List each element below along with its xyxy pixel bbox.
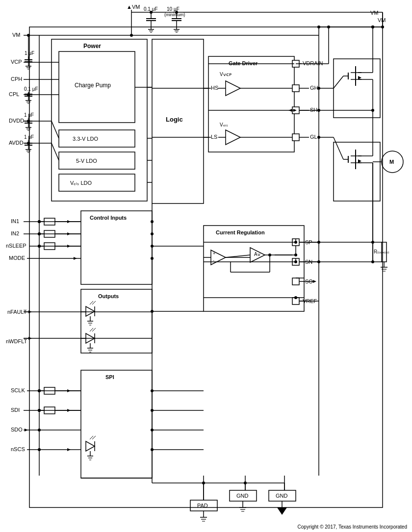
sh-label: SH [310, 107, 317, 113]
svg-marker-278 [277, 507, 287, 515]
svg-line-123 [334, 76, 343, 88]
motor-label: M [389, 159, 394, 165]
svg-marker-183 [313, 280, 316, 283]
cap-10uf-min-label: (minimum) [164, 12, 185, 17]
svg-rect-64 [52, 39, 147, 201]
svg-point-311 [151, 429, 154, 431]
svg-rect-0 [29, 27, 383, 507]
dvdd-label: DVDD [9, 118, 24, 124]
svg-point-298 [202, 481, 205, 484]
svg-line-73 [52, 143, 59, 160]
svg-point-316 [294, 260, 297, 263]
svg-point-159 [268, 253, 271, 256]
svg-marker-258 [67, 448, 71, 451]
ldo33-label: 3.3-V LDO [73, 136, 98, 142]
gnd1-label: GND [236, 493, 249, 499]
svg-rect-147 [204, 226, 304, 311]
svg-marker-208 [86, 306, 95, 316]
cap-1uf-avdd-label: 1 μF [24, 134, 34, 140]
svg-point-22 [150, 11, 153, 14]
svg-point-304 [151, 220, 154, 223]
charge-pump-label: Charge Pump [75, 82, 111, 89]
svg-point-293 [130, 34, 133, 37]
svg-point-305 [151, 232, 154, 235]
in2-label: IN2 [11, 230, 19, 236]
svg-point-54 [27, 120, 30, 123]
nwdflt-label: nWDFLT [6, 338, 27, 344]
svg-point-45 [27, 93, 30, 96]
mode-label: MODE [9, 255, 25, 261]
cph-label: CPH [11, 76, 22, 82]
svg-point-283 [38, 389, 41, 392]
sdi-label: SDI [11, 407, 20, 413]
cpl-label: CPL [9, 91, 19, 97]
pad-label: PAD [197, 503, 208, 508]
hs-label: HS [211, 85, 218, 91]
ls-label: LS [211, 134, 217, 140]
svg-point-320 [371, 241, 374, 244]
svg-point-301 [244, 481, 247, 484]
svg-marker-203 [67, 245, 71, 248]
svg-rect-185 [81, 211, 152, 284]
vm-label-right: VM [370, 10, 379, 16]
outputs-label: Outputs [98, 293, 119, 299]
nscs-label: nSCS [11, 446, 25, 452]
svg-point-321 [371, 260, 374, 263]
svg-line-72 [52, 121, 59, 138]
svg-point-281 [38, 232, 41, 235]
current-reg-label: Current Regulation [216, 229, 265, 235]
svg-point-287 [317, 109, 320, 112]
diagram-container: VM ▲VM 0.1 μF 10 μF (minimum) [0, 0, 412, 532]
svg-point-288 [317, 136, 320, 139]
cap-1uf-dvdd-label: 1 μF [24, 112, 34, 118]
power-label: Power [83, 43, 101, 50]
vcp-label: VCP [11, 59, 22, 65]
svg-point-306 [151, 245, 154, 248]
gnd2-label: GND [276, 493, 288, 499]
svg-point-280 [38, 220, 41, 223]
svg-rect-106 [292, 134, 299, 141]
logic-label: Logic [166, 116, 183, 123]
copyright-notice: Copyright © 2017, Texas Instruments Inco… [298, 524, 407, 530]
svg-marker-191 [67, 220, 71, 223]
cap-1uf-vcp-label: 1 μF [25, 51, 34, 56]
spi-label: SPI [105, 374, 114, 380]
gate-driver-label: Gate Driver [229, 60, 258, 66]
svg-marker-249 [86, 441, 95, 451]
svg-rect-162 [292, 278, 299, 285]
av-label: Aᴠ [254, 252, 260, 257]
cap-10uf-top-label: 10 μF [167, 6, 180, 12]
control-inputs-label: Control Inputs [90, 215, 127, 221]
vgls-ldo-label: Vₑₗₛ LDO [70, 180, 92, 186]
svg-marker-246 [25, 429, 28, 431]
svg-point-338 [381, 25, 384, 28]
vm-label-top: ▲VM [127, 4, 140, 10]
svg-point-327 [294, 296, 297, 299]
svg-line-140 [334, 137, 343, 159]
svg-marker-238 [67, 389, 71, 392]
vdrain-label: VDRAIN [303, 60, 323, 66]
cap-01uf-cpl-label: 0.1 μF [24, 86, 38, 92]
svg-point-312 [151, 448, 154, 451]
svg-rect-99 [292, 85, 299, 92]
in1-label: IN1 [11, 218, 19, 224]
avdd-label: AVDD [9, 140, 24, 146]
sclk-label: SCLK [11, 387, 25, 393]
vvcp-label: Vᴠᴄᴘ [220, 72, 232, 77]
svg-marker-197 [67, 232, 71, 235]
svg-point-315 [294, 241, 297, 244]
vm-top-right-label: VM [378, 17, 386, 23]
svg-marker-136 [358, 159, 361, 163]
sdo-label: SDO [11, 427, 23, 432]
svg-marker-332 [288, 109, 292, 112]
svg-marker-83 [226, 130, 240, 145]
svg-point-308 [151, 310, 154, 313]
svg-marker-205 [74, 257, 77, 260]
svg-point-309 [151, 389, 154, 392]
ldo5-label: 5-V LDO [76, 158, 97, 164]
gh-label: GH [310, 85, 318, 91]
svg-point-336 [317, 25, 320, 28]
svg-point-307 [151, 257, 154, 260]
svg-point-284 [38, 409, 41, 412]
gl-label: GL [310, 134, 317, 140]
